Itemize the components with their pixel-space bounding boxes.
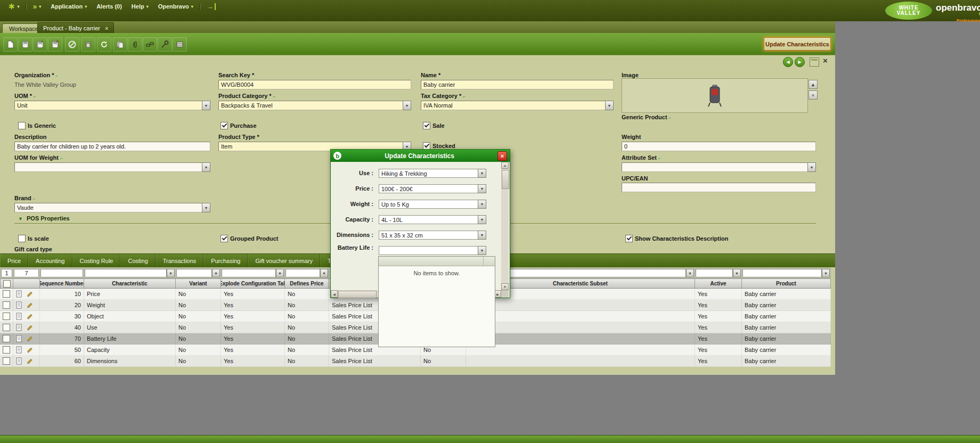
edit-pencil-icon[interactable] bbox=[27, 313, 34, 320]
undo-button[interactable] bbox=[65, 37, 79, 52]
tab-product-baby-carrier[interactable]: Product - Baby carrier × bbox=[37, 22, 114, 33]
description-field[interactable]: Baby carrier for children up to 2 years … bbox=[14, 142, 210, 151]
table-row[interactable]: 60 Dimensions No Yes No Sales Price List… bbox=[0, 356, 831, 367]
cell-variant[interactable]: No bbox=[176, 311, 221, 322]
cell-characteristic[interactable]: Price bbox=[84, 289, 176, 300]
cell-price-list[interactable]: Sales Price List bbox=[329, 356, 421, 367]
update-characteristics-button[interactable]: Update Characteristics bbox=[764, 37, 831, 51]
subtab-purchasing[interactable]: Purchasing bbox=[203, 254, 248, 267]
weight-select[interactable]: Up to 5 Kg▼ bbox=[379, 200, 486, 209]
filter-variant-input[interactable] bbox=[176, 269, 212, 277]
cell-variant[interactable]: No bbox=[176, 356, 221, 367]
cell-variant[interactable]: No bbox=[176, 289, 221, 300]
menu-openbravo[interactable]: Openbravo▾ bbox=[153, 3, 198, 10]
cell-extra[interactable]: No bbox=[421, 356, 466, 367]
dropdown-arrow-icon[interactable]: ▼ bbox=[320, 269, 328, 277]
dropdown-arrow-icon[interactable]: ▼ bbox=[276, 269, 284, 277]
link-button[interactable] bbox=[143, 37, 157, 52]
cell-product[interactable]: Baby carrier bbox=[742, 356, 831, 367]
sale-checkbox[interactable] bbox=[423, 122, 430, 129]
weight-field[interactable]: 0 bbox=[622, 142, 816, 151]
row-select-checkbox[interactable] bbox=[3, 346, 10, 354]
filter-defines-price-input[interactable] bbox=[285, 269, 320, 277]
cell-active[interactable]: Yes bbox=[695, 356, 742, 367]
edit-pencil-icon[interactable] bbox=[27, 358, 34, 365]
audit-button[interactable] bbox=[158, 37, 172, 52]
delete-button[interactable] bbox=[81, 37, 95, 52]
form-view-icon[interactable] bbox=[16, 335, 22, 343]
is-generic-checkbox[interactable] bbox=[18, 122, 26, 129]
cell-product[interactable]: Baby carrier bbox=[742, 322, 831, 333]
filter-sequence-input[interactable] bbox=[40, 269, 83, 277]
attribute-set-select[interactable]: ▼ bbox=[622, 162, 816, 172]
cell-product[interactable]: Baby carrier bbox=[742, 311, 831, 322]
cell-variant[interactable]: No bbox=[176, 344, 221, 356]
use-select[interactable]: Hiking & Trekking▼ bbox=[379, 169, 486, 178]
cell-subset[interactable] bbox=[466, 344, 695, 356]
edit-pencil-icon[interactable] bbox=[27, 347, 34, 354]
uom-for-weight-select[interactable]: ▼ bbox=[14, 162, 210, 172]
subtab-price[interactable]: Price bbox=[0, 254, 28, 267]
dropdown-arrow-icon[interactable]: ▼ bbox=[202, 203, 210, 212]
cell-subset[interactable] bbox=[466, 300, 695, 311]
row-select-checkbox[interactable] bbox=[3, 313, 10, 320]
edit-pencil-icon[interactable] bbox=[27, 291, 34, 298]
row-select-checkbox[interactable] bbox=[3, 357, 10, 365]
dropdown-arrow-icon[interactable]: ▼ bbox=[686, 269, 694, 277]
uom-select[interactable]: Unit▼ bbox=[14, 101, 210, 110]
purchase-checkbox[interactable] bbox=[220, 122, 228, 129]
dropdown-arrow-icon[interactable]: ▼ bbox=[478, 169, 486, 178]
cell-variant[interactable]: No bbox=[176, 322, 221, 333]
menu-application[interactable]: Application▾ bbox=[46, 3, 92, 10]
product-image-panel[interactable] bbox=[622, 78, 808, 113]
dropdown-arrow-icon[interactable]: ▼ bbox=[478, 231, 486, 240]
subtab-gift-voucher-summary[interactable]: Gift voucher summary bbox=[248, 254, 320, 267]
previous-record-button[interactable]: ◀ bbox=[783, 57, 793, 67]
cell-defines-price[interactable]: No bbox=[285, 356, 329, 367]
cell-characteristic[interactable]: Capacity bbox=[84, 344, 176, 356]
upc-ean-field[interactable] bbox=[622, 183, 816, 192]
dropdown-arrow-icon[interactable]: ▼ bbox=[478, 184, 486, 193]
save-close-button[interactable] bbox=[48, 37, 62, 52]
save-new-button[interactable] bbox=[33, 37, 47, 52]
grid-config-button[interactable] bbox=[173, 37, 187, 52]
cell-sequence[interactable]: 20 bbox=[40, 300, 84, 311]
new-record-button[interactable] bbox=[3, 37, 18, 52]
row-select-checkbox[interactable] bbox=[3, 301, 10, 309]
form-view-icon[interactable] bbox=[16, 357, 22, 365]
cell-active[interactable]: Yes bbox=[695, 300, 742, 311]
row-select-checkbox[interactable] bbox=[3, 335, 10, 342]
cell-active[interactable]: Yes bbox=[695, 344, 742, 356]
forward-menu[interactable]: »▾ bbox=[28, 2, 46, 11]
field-link-icon[interactable]: ⌐ bbox=[273, 94, 276, 99]
scroll-up-button[interactable]: ▲ bbox=[501, 162, 509, 169]
dropdown-arrow-icon[interactable]: ▼ bbox=[733, 269, 741, 277]
cell-product[interactable]: Baby carrier bbox=[742, 333, 831, 344]
cell-explode[interactable]: Yes bbox=[221, 289, 285, 300]
copy-record-button[interactable] bbox=[113, 37, 127, 52]
field-link-icon[interactable]: ⌐ bbox=[658, 155, 661, 161]
dropdown-arrow-icon[interactable]: ▼ bbox=[807, 162, 816, 172]
product-category-select[interactable]: Backpacks & Travel▼ bbox=[218, 101, 411, 110]
horizontal-scroll-thumb[interactable] bbox=[338, 291, 377, 298]
dropdown-arrow-icon[interactable]: ▼ bbox=[167, 269, 175, 277]
cell-sequence[interactable]: 10 bbox=[40, 289, 84, 300]
cell-sequence[interactable]: 50 bbox=[40, 344, 84, 356]
cell-explode[interactable]: Yes bbox=[221, 322, 285, 333]
dropdown-arrow-icon[interactable]: ▼ bbox=[202, 162, 210, 172]
cell-product[interactable]: Baby carrier bbox=[742, 344, 831, 356]
filter-characteristic-input[interactable] bbox=[85, 269, 167, 277]
cell-explode[interactable]: Yes bbox=[221, 311, 285, 322]
column-active[interactable]: Active bbox=[695, 278, 742, 289]
field-link-icon[interactable]: ⌐ bbox=[33, 196, 36, 201]
dropdown-arrow-icon[interactable]: ▼ bbox=[478, 215, 486, 224]
dropdown-arrow-icon[interactable]: ▼ bbox=[822, 269, 830, 277]
is-scale-checkbox[interactable] bbox=[18, 235, 26, 242]
cell-active[interactable]: Yes bbox=[695, 311, 742, 322]
dropdown-arrow-icon[interactable]: ▼ bbox=[403, 101, 411, 110]
logout-button[interactable]: → bbox=[202, 3, 220, 10]
dropdown-arrow-icon[interactable]: ▼ bbox=[202, 101, 210, 110]
cell-defines-price[interactable]: No bbox=[285, 333, 329, 344]
image-upload-button[interactable]: ▲ bbox=[808, 80, 818, 89]
cell-characteristic[interactable]: Object bbox=[84, 311, 176, 322]
